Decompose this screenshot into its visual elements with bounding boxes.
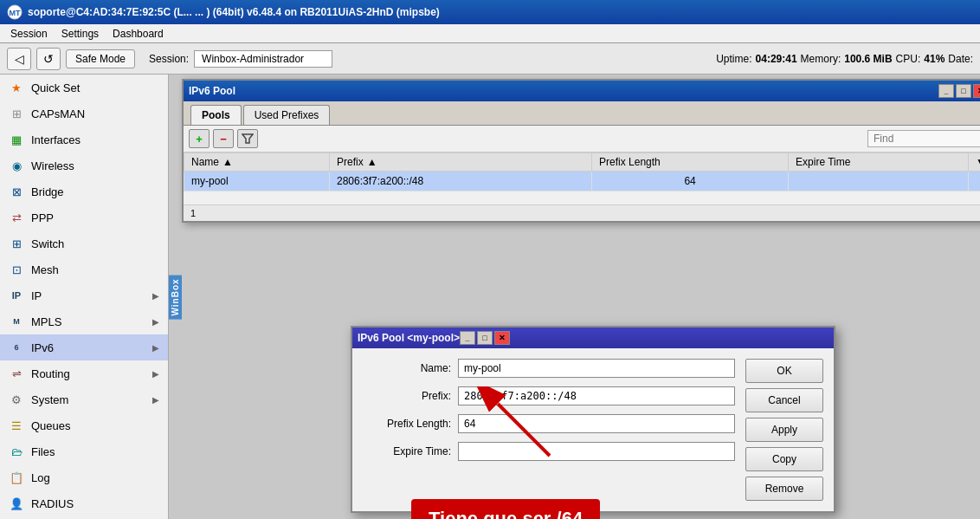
refresh-button[interactable]: ↺ [36,48,61,70]
col-prefix: Prefix ▲ [329,153,591,172]
ip-icon: IP [9,288,24,303]
interfaces-icon: ▦ [9,132,24,147]
mpls-icon: M [9,314,24,329]
sidebar-label-radius: RADIUS [31,497,74,510]
find-input[interactable] [867,130,980,147]
sidebar-label-quick-set: Quick Set [31,81,80,94]
maximize-button[interactable]: □ [956,84,971,98]
ip-arrow: ▶ [152,291,159,301]
prefix-input[interactable] [458,386,735,405]
prefix-length-input[interactable] [458,414,735,433]
quickset-icon: ★ [9,80,24,95]
sidebar-label-interfaces: Interfaces [31,133,81,146]
sidebar-label-log: Log [31,471,50,484]
sidebar-item-ppp[interactable]: ⇄ PPP [0,204,168,230]
cpu-label: CPU: [896,53,921,65]
name-input[interactable] [458,359,735,378]
sidebar-item-routing[interactable]: ⇌ Routing ▶ [0,360,168,386]
cpu-value: 41% [924,53,945,65]
capsman-icon: ⊞ [9,106,24,121]
sidebar-item-system[interactable]: ⚙ System ▶ [0,386,168,412]
dialog-maximize-button[interactable]: □ [477,331,493,345]
col-dropdown[interactable]: ▼ [969,153,980,172]
tab-pools[interactable]: Pools [190,105,242,125]
sidebar-item-log[interactable]: 📋 Log [0,464,168,490]
pool-dialog: IPv6 Pool <my-pool> _ □ ✕ Name: Prefix: [351,326,835,513]
table-row[interactable]: my-pool 2806:3f7:a200::/48 64 [184,172,981,191]
mesh-icon: ⊡ [9,262,24,277]
sidebar-item-mesh[interactable]: ⊡ Mesh [0,256,168,282]
prefix-length-label: Prefix Length: [363,418,458,430]
dialog-titlebar[interactable]: IPv6 Pool <my-pool> _ □ ✕ [352,328,834,348]
uptime-label: Uptime: [716,53,751,65]
menu-session[interactable]: Session [3,26,55,42]
session-value: Winbox-Administrador [194,50,332,68]
memory-label: Memory: [801,53,841,65]
close-button[interactable]: ✕ [973,84,980,98]
pool-window: IPv6 Pool _ □ ✕ Pools Used Prefixes + − [182,79,980,223]
prefix-length-row: Prefix Length: [363,414,735,433]
pool-table: Name ▲ Prefix ▲ Pre [184,152,980,191]
dialog-fields: Name: Prefix: Prefix Length: Expire Time… [363,359,735,501]
mpls-arrow: ▶ [152,317,159,327]
minimize-button[interactable]: _ [938,84,954,98]
svg-marker-2 [242,134,253,143]
sidebar-item-ip[interactable]: IP IP ▶ [0,282,168,308]
routing-arrow: ▶ [152,369,159,379]
ok-button[interactable]: OK [745,359,823,383]
col-name: Name ▲ [184,153,330,172]
add-button[interactable]: + [189,129,210,148]
dialog-close-button[interactable]: ✕ [494,331,510,345]
sidebar-label-ip: IP [31,289,42,302]
apply-button[interactable]: Apply [745,418,823,442]
session-label: Session: [149,53,189,65]
copy-button[interactable]: Copy [745,447,823,471]
log-icon: 📋 [9,470,24,485]
sidebar-item-bridge[interactable]: ⊠ Bridge [0,178,168,204]
pool-window-title: IPv6 Pool [189,85,938,97]
title-bar: MT soporte@C4:AD:34:7E:92:5C (L... ... )… [0,0,980,24]
radius-icon: 👤 [9,496,24,511]
files-icon: 🗁 [9,444,24,459]
sidebar-item-capsman[interactable]: ⊞ CAPsMAN [0,101,168,127]
dialog-body: Name: Prefix: Prefix Length: Expire Time… [352,348,834,511]
dialog-minimize-button[interactable]: _ [460,331,475,345]
name-row: Name: [363,359,735,378]
status-bar: Uptime: 04:29:41 Memory: 100.6 MiB CPU: … [716,53,973,65]
sidebar-item-queues[interactable]: ☰ Queues [0,412,168,438]
filter-button[interactable] [237,129,258,148]
sidebar-item-interfaces[interactable]: ▦ Interfaces [0,127,168,152]
name-label: Name: [363,362,458,374]
svg-text:MT: MT [10,9,21,17]
sidebar-item-mpls[interactable]: M MPLS ▶ [0,308,168,334]
cell-empty [969,172,980,191]
sidebar-item-ipv6[interactable]: 6 IPv6 ▶ [0,334,168,360]
tab-used-prefixes[interactable]: Used Prefixes [243,105,331,125]
memory-value: 100.6 MiB [844,53,892,65]
sidebar-label-queues: Queues [31,419,71,432]
cell-name: my-pool [184,172,330,191]
sidebar-item-switch[interactable]: ⊞ Switch [0,230,168,256]
status-footer: 1 [184,204,980,221]
routing-icon: ⇌ [9,366,24,381]
sidebar-label-system: System [31,393,68,406]
remove-button[interactable]: − [213,129,234,148]
sidebar-item-wireless[interactable]: ◉ Wireless [0,152,168,178]
menu-bar: Session Settings Dashboard [0,24,980,43]
table-header-row: Name ▲ Prefix ▲ Pre [184,153,981,172]
toolbar: ◁ ↺ Safe Mode Session: Winbox-Administra… [0,43,980,75]
safe-mode-button[interactable]: Safe Mode [66,49,135,68]
back-button[interactable]: ◁ [7,48,31,70]
pool-window-titlebar[interactable]: IPv6 Pool _ □ ✕ [184,81,980,101]
col-expire-time: Expire Time [789,153,969,172]
sidebar-item-radius[interactable]: 👤 RADIUS [0,490,168,516]
remove-button[interactable]: Remove [745,477,823,501]
date-label: Date: [948,53,973,65]
sidebar-item-quick-set[interactable]: ★ Quick Set [0,75,168,101]
menu-settings[interactable]: Settings [55,26,106,42]
pool-toolbar: + − [184,126,980,152]
expire-time-input[interactable] [458,442,735,461]
cancel-button[interactable]: Cancel [745,388,823,412]
menu-dashboard[interactable]: Dashboard [106,26,171,42]
sidebar-item-files[interactable]: 🗁 Files [0,438,168,464]
